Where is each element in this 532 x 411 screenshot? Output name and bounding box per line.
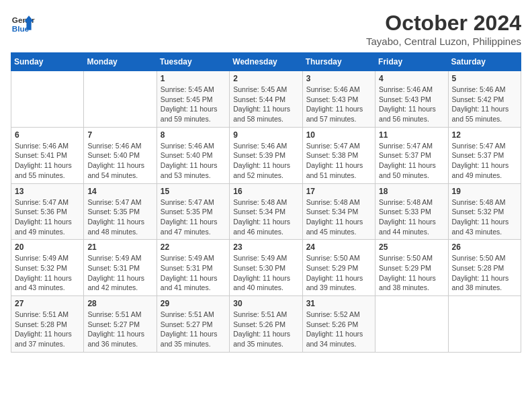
weekday-header-wednesday: Wednesday	[230, 53, 302, 71]
calendar-week-3: 13Sunrise: 5:47 AMSunset: 5:36 PMDayligh…	[11, 183, 521, 240]
cell-data: Sunrise: 5:49 AMSunset: 5:32 PMDaylight:…	[15, 253, 80, 293]
calendar-cell: 15Sunrise: 5:47 AMSunset: 5:35 PMDayligh…	[157, 183, 229, 240]
day-number: 20	[15, 242, 80, 252]
cell-data: Sunrise: 5:47 AMSunset: 5:37 PMDaylight:…	[452, 141, 517, 181]
calendar-cell: 8Sunrise: 5:46 AMSunset: 5:40 PMDaylight…	[157, 127, 229, 183]
weekday-header-monday: Monday	[84, 53, 157, 71]
cell-data: Sunrise: 5:49 AMSunset: 5:31 PMDaylight:…	[161, 253, 226, 293]
cell-data: Sunrise: 5:52 AMSunset: 5:26 PMDaylight:…	[306, 310, 371, 349]
calendar-cell: 14Sunrise: 5:47 AMSunset: 5:35 PMDayligh…	[84, 183, 157, 240]
calendar-cell: 24Sunrise: 5:50 AMSunset: 5:29 PMDayligh…	[302, 240, 375, 296]
cell-data: Sunrise: 5:49 AMSunset: 5:31 PMDaylight:…	[87, 253, 152, 293]
calendar-table: SundayMondayTuesdayWednesdayThursdayFrid…	[11, 52, 521, 353]
day-number: 17	[306, 187, 371, 196]
calendar-week-1: 1Sunrise: 5:45 AMSunset: 5:45 PMDaylight…	[11, 71, 521, 128]
calendar-cell: 27Sunrise: 5:51 AMSunset: 5:28 PMDayligh…	[11, 296, 84, 353]
calendar-body: 1Sunrise: 5:45 AMSunset: 5:45 PMDaylight…	[11, 71, 521, 353]
calendar-cell: 22Sunrise: 5:49 AMSunset: 5:31 PMDayligh…	[157, 240, 229, 296]
day-number: 12	[452, 130, 517, 140]
day-number: 13	[15, 187, 80, 196]
day-number: 21	[87, 242, 152, 252]
day-number: 22	[161, 242, 226, 252]
day-number: 14	[87, 187, 152, 196]
calendar-week-4: 20Sunrise: 5:49 AMSunset: 5:32 PMDayligh…	[11, 240, 521, 296]
day-number: 6	[15, 130, 80, 140]
cell-data: Sunrise: 5:46 AMSunset: 5:41 PMDaylight:…	[15, 141, 80, 181]
calendar-cell	[11, 71, 84, 128]
calendar-cell: 3Sunrise: 5:46 AMSunset: 5:43 PMDaylight…	[302, 71, 375, 128]
day-number: 29	[161, 299, 226, 308]
day-number: 8	[161, 130, 226, 140]
day-number: 27	[15, 299, 80, 308]
day-number: 9	[233, 130, 298, 140]
logo: General Blue	[11, 11, 35, 35]
day-number: 31	[306, 299, 371, 308]
calendar-cell: 19Sunrise: 5:48 AMSunset: 5:32 PMDayligh…	[448, 183, 521, 240]
calendar-cell: 4Sunrise: 5:46 AMSunset: 5:43 PMDaylight…	[375, 71, 448, 128]
calendar-cell	[375, 296, 448, 353]
day-number: 24	[306, 242, 371, 252]
calendar-cell: 12Sunrise: 5:47 AMSunset: 5:37 PMDayligh…	[448, 127, 521, 183]
calendar-cell	[84, 71, 157, 128]
calendar-cell: 9Sunrise: 5:46 AMSunset: 5:39 PMDaylight…	[230, 127, 302, 183]
calendar-cell: 7Sunrise: 5:46 AMSunset: 5:40 PMDaylight…	[84, 127, 157, 183]
cell-data: Sunrise: 5:47 AMSunset: 5:38 PMDaylight:…	[306, 141, 371, 181]
calendar-cell: 11Sunrise: 5:47 AMSunset: 5:37 PMDayligh…	[375, 127, 448, 183]
cell-data: Sunrise: 5:50 AMSunset: 5:29 PMDaylight:…	[306, 253, 371, 293]
calendar-cell: 20Sunrise: 5:49 AMSunset: 5:32 PMDayligh…	[11, 240, 84, 296]
cell-data: Sunrise: 5:46 AMSunset: 5:43 PMDaylight:…	[379, 85, 444, 124]
cell-data: Sunrise: 5:50 AMSunset: 5:28 PMDaylight:…	[452, 253, 517, 293]
cell-data: Sunrise: 5:46 AMSunset: 5:43 PMDaylight:…	[306, 85, 371, 124]
calendar-week-2: 6Sunrise: 5:46 AMSunset: 5:41 PMDaylight…	[11, 127, 521, 183]
cell-data: Sunrise: 5:48 AMSunset: 5:32 PMDaylight:…	[452, 197, 517, 237]
day-number: 5	[452, 74, 517, 83]
cell-data: Sunrise: 5:51 AMSunset: 5:27 PMDaylight:…	[161, 310, 226, 349]
day-number: 2	[233, 74, 298, 83]
day-number: 4	[379, 74, 444, 83]
day-number: 1	[161, 74, 226, 83]
cell-data: Sunrise: 5:49 AMSunset: 5:30 PMDaylight:…	[233, 253, 298, 293]
calendar-cell: 5Sunrise: 5:46 AMSunset: 5:42 PMDaylight…	[448, 71, 521, 128]
cell-data: Sunrise: 5:45 AMSunset: 5:45 PMDaylight:…	[161, 85, 226, 124]
cell-data: Sunrise: 5:50 AMSunset: 5:29 PMDaylight:…	[379, 253, 444, 293]
cell-data: Sunrise: 5:48 AMSunset: 5:33 PMDaylight:…	[379, 197, 444, 237]
day-number: 7	[87, 130, 152, 140]
day-number: 28	[87, 299, 152, 308]
day-number: 16	[233, 187, 298, 196]
weekday-header-friday: Friday	[375, 53, 448, 71]
calendar-cell: 30Sunrise: 5:51 AMSunset: 5:26 PMDayligh…	[230, 296, 302, 353]
weekday-header-tuesday: Tuesday	[157, 53, 229, 71]
day-number: 30	[233, 299, 298, 308]
day-number: 15	[161, 187, 226, 196]
location-title: Tayabo, Central Luzon, Philippines	[366, 36, 521, 47]
cell-data: Sunrise: 5:47 AMSunset: 5:35 PMDaylight:…	[87, 197, 152, 237]
cell-data: Sunrise: 5:51 AMSunset: 5:26 PMDaylight:…	[233, 310, 298, 349]
cell-data: Sunrise: 5:46 AMSunset: 5:39 PMDaylight:…	[233, 141, 298, 181]
calendar-cell: 29Sunrise: 5:51 AMSunset: 5:27 PMDayligh…	[157, 296, 229, 353]
day-number: 18	[379, 187, 444, 196]
calendar-cell: 23Sunrise: 5:49 AMSunset: 5:30 PMDayligh…	[230, 240, 302, 296]
calendar-cell: 31Sunrise: 5:52 AMSunset: 5:26 PMDayligh…	[302, 296, 375, 353]
title-block: October 2024 Tayabo, Central Luzon, Phil…	[366, 11, 521, 47]
calendar-cell: 26Sunrise: 5:50 AMSunset: 5:28 PMDayligh…	[448, 240, 521, 296]
day-number: 3	[306, 74, 371, 83]
cell-data: Sunrise: 5:51 AMSunset: 5:27 PMDaylight:…	[87, 310, 152, 349]
month-title: October 2024	[366, 11, 521, 36]
calendar-cell: 21Sunrise: 5:49 AMSunset: 5:31 PMDayligh…	[84, 240, 157, 296]
calendar-cell: 18Sunrise: 5:48 AMSunset: 5:33 PMDayligh…	[375, 183, 448, 240]
calendar-cell: 17Sunrise: 5:48 AMSunset: 5:34 PMDayligh…	[302, 183, 375, 240]
calendar-week-5: 27Sunrise: 5:51 AMSunset: 5:28 PMDayligh…	[11, 296, 521, 353]
calendar-cell: 6Sunrise: 5:46 AMSunset: 5:41 PMDaylight…	[11, 127, 84, 183]
cell-data: Sunrise: 5:48 AMSunset: 5:34 PMDaylight:…	[233, 197, 298, 237]
day-number: 10	[306, 130, 371, 140]
day-number: 11	[379, 130, 444, 140]
cell-data: Sunrise: 5:48 AMSunset: 5:34 PMDaylight:…	[306, 197, 371, 237]
cell-data: Sunrise: 5:46 AMSunset: 5:42 PMDaylight:…	[452, 85, 517, 124]
day-number: 19	[452, 187, 517, 196]
calendar-cell: 13Sunrise: 5:47 AMSunset: 5:36 PMDayligh…	[11, 183, 84, 240]
calendar-cell	[448, 296, 521, 353]
cell-data: Sunrise: 5:46 AMSunset: 5:40 PMDaylight:…	[87, 141, 152, 181]
weekday-header-sunday: Sunday	[11, 53, 84, 71]
page-header: General Blue October 2024 Tayabo, Centra…	[11, 11, 521, 47]
weekday-header-saturday: Saturday	[448, 53, 521, 71]
